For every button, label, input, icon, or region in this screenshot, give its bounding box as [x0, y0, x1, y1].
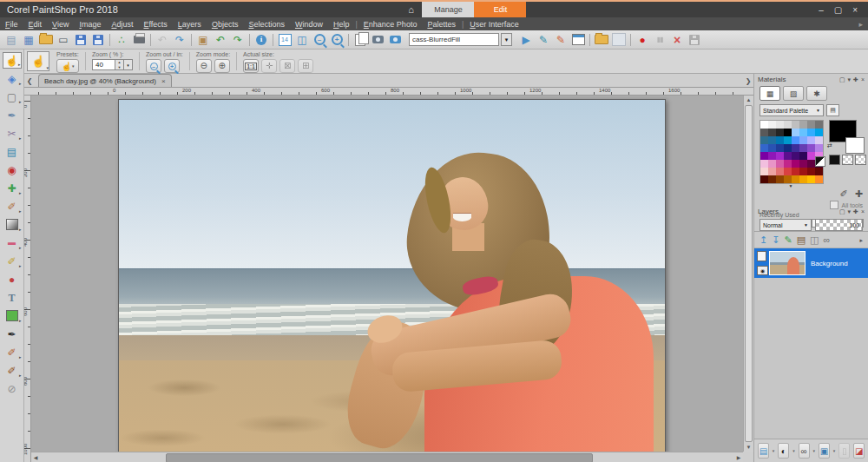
clone-brush-tool[interactable]: ✐▸: [3, 198, 22, 214]
camera-raw-icon[interactable]: [369, 32, 386, 48]
pen-tool[interactable]: ✒: [3, 326, 22, 342]
black-white-swap-icon[interactable]: [815, 156, 825, 167]
tool-flyout-icon[interactable]: ▸: [19, 264, 22, 268]
new-mask-layer-button[interactable]: ∞: [799, 443, 810, 459]
record-script-icon[interactable]: ●: [634, 32, 651, 48]
tool-flyout-icon[interactable]: ▸: [19, 319, 22, 323]
color-swatch[interactable]: [760, 144, 768, 152]
color-swatch[interactable]: [815, 136, 823, 144]
color-swatch[interactable]: [815, 168, 823, 175]
pan-tool[interactable]: ☝▸: [3, 52, 22, 69]
tool-flyout-icon[interactable]: ▸: [19, 228, 22, 232]
color-swatch[interactable]: [776, 121, 784, 129]
color-swatch[interactable]: [760, 152, 768, 160]
color-swatch[interactable]: [807, 121, 815, 129]
edit-script-icon[interactable]: ✎: [552, 32, 569, 48]
palette-options-button[interactable]: ▤: [826, 104, 839, 116]
color-swatch[interactable]: [799, 152, 807, 160]
footer-button-caret-icon[interactable]: ▾: [773, 448, 775, 453]
red-eye-tool[interactable]: ◉: [3, 162, 22, 178]
color-swatch[interactable]: [776, 175, 784, 183]
tool-flyout-icon[interactable]: ▸: [19, 136, 22, 141]
color-swatch[interactable]: [776, 168, 784, 175]
color-swatch[interactable]: [776, 144, 784, 152]
layer-visibility-icon[interactable]: ◉: [757, 266, 768, 275]
color-swatch[interactable]: [807, 175, 815, 183]
eyedropper-icon[interactable]: ✐: [840, 188, 848, 200]
zoom-dropdown[interactable]: ▾: [124, 59, 133, 70]
straighten-tool[interactable]: ▤: [3, 143, 22, 160]
color-swatch[interactable]: [784, 175, 792, 183]
color-swatch[interactable]: [799, 121, 807, 129]
tool-flyout-icon[interactable]: ▸: [19, 355, 22, 360]
color-swatch[interactable]: [760, 129, 768, 136]
vertical-scrollbar[interactable]: ▲ ▼: [743, 96, 753, 452]
menu-adjust[interactable]: Adjust: [106, 20, 138, 29]
close-icon[interactable]: ×: [852, 5, 858, 15]
color-swatch[interactable]: [768, 152, 776, 160]
text-tool[interactable]: T: [3, 289, 22, 306]
menu-user-interface[interactable]: User Interface: [464, 20, 524, 29]
color-swatch[interactable]: [768, 136, 776, 144]
dual-view-icon[interactable]: ◫: [293, 32, 311, 48]
texture-swatch[interactable]: [855, 155, 866, 165]
materials-tab-swatches[interactable]: ▦: [760, 86, 780, 101]
vertical-scroll-thumb[interactable]: [745, 105, 753, 442]
presets-dropdown[interactable]: ☝▾: [56, 59, 79, 73]
image-info-icon[interactable]: i: [253, 32, 270, 48]
smudge-tool[interactable]: ✐▸: [3, 362, 22, 379]
menu-enhance-photo[interactable]: Enhance Photo: [358, 20, 423, 29]
script-output-icon[interactable]: [569, 32, 587, 48]
zoom-value[interactable]: 40: [92, 59, 115, 70]
duplicate-layer-button[interactable]: ▣: [819, 443, 830, 459]
save-icon[interactable]: [72, 32, 89, 48]
cancel-script-icon[interactable]: ×: [668, 32, 686, 48]
tool-flyout-icon[interactable]: ▸: [18, 63, 21, 67]
menu-window[interactable]: Window: [290, 20, 328, 29]
actual-size-button[interactable]: 1:1: [243, 59, 259, 73]
tool-flyout-icon[interactable]: ▸: [19, 209, 22, 214]
color-swatch[interactable]: [799, 168, 807, 175]
redo-icon[interactable]: ↷: [171, 32, 188, 48]
save-script-icon[interactable]: [593, 32, 610, 48]
share-icon[interactable]: ∴: [113, 32, 130, 48]
link-layers-icon[interactable]: ∞: [823, 235, 830, 245]
new-script-icon[interactable]: [610, 32, 628, 48]
color-swatch[interactable]: [807, 168, 815, 175]
flood-fill-tool[interactable]: ▸: [3, 216, 22, 233]
color-swatch[interactable]: [815, 129, 823, 136]
date-stamp-icon[interactable]: 14: [276, 32, 293, 48]
color-swatch[interactable]: [807, 160, 815, 168]
menu-palettes[interactable]: Palettes: [422, 20, 461, 29]
script-select-caret-icon[interactable]: ▼: [501, 33, 512, 46]
menu-effects[interactable]: Effects: [138, 20, 172, 29]
color-swatch[interactable]: [807, 152, 815, 160]
layer-row-background[interactable]: ◉ Background: [754, 248, 868, 278]
opacity-slider[interactable]: 100: [815, 219, 863, 231]
browse-icon[interactable]: ▦: [20, 32, 37, 48]
zoom-in-button[interactable]: +: [164, 59, 180, 73]
minimize-icon[interactable]: –: [819, 5, 824, 15]
current-tool-button[interactable]: ☝ ▾: [27, 51, 49, 71]
tool-flyout-icon[interactable]: ▸: [19, 191, 22, 195]
new-adjustment-layer-button[interactable]: ◐: [778, 443, 789, 459]
pan-center-button[interactable]: ✛: [261, 59, 277, 73]
open-icon[interactable]: [37, 32, 55, 48]
menu-overflow-icon[interactable]: ▸: [853, 20, 868, 29]
background-material-swatch[interactable]: [842, 155, 853, 165]
fit-image-button[interactable]: ⊠: [279, 59, 295, 73]
layers-toolbar-overflow-icon[interactable]: ▸: [859, 237, 863, 243]
color-swatch[interactable]: [760, 121, 768, 129]
zoom-mode-in-button[interactable]: ⊕: [214, 59, 230, 73]
resize-icon[interactable]: ▣: [194, 32, 212, 48]
menu-image[interactable]: Image: [74, 20, 106, 29]
symmetric-shape-tool[interactable]: ⊘: [3, 380, 22, 397]
zoom-spin-down[interactable]: ▼: [115, 65, 123, 70]
tab-scroll-left-icon[interactable]: ❮: [24, 75, 35, 87]
tool-flyout-icon[interactable]: ▸: [19, 373, 22, 378]
horizontal-scrollbar[interactable]: ◀ ▶: [31, 452, 743, 462]
zoom-out-button[interactable]: –: [146, 59, 161, 73]
scroll-down-icon[interactable]: ▼: [744, 443, 753, 452]
color-swatch[interactable]: [776, 160, 784, 168]
crop-tool[interactable]: ✂▸: [3, 125, 22, 142]
